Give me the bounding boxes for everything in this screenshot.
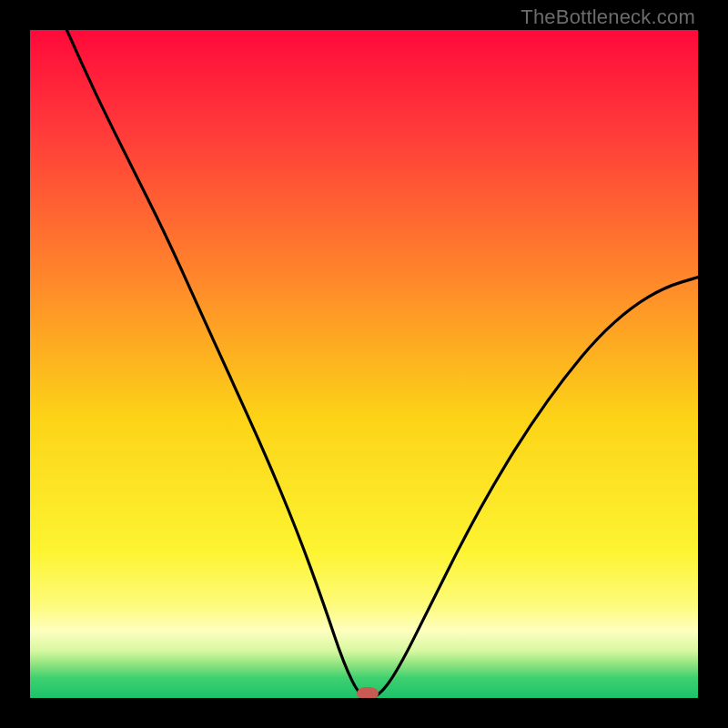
chart-frame: TheBottleneck.com (0, 0, 728, 728)
watermark-text: TheBottleneck.com (521, 5, 695, 29)
plot-area (30, 30, 698, 698)
bottleneck-curve (30, 30, 698, 698)
bottleneck-curve-path (66, 30, 698, 698)
optimal-point-marker (357, 687, 379, 698)
